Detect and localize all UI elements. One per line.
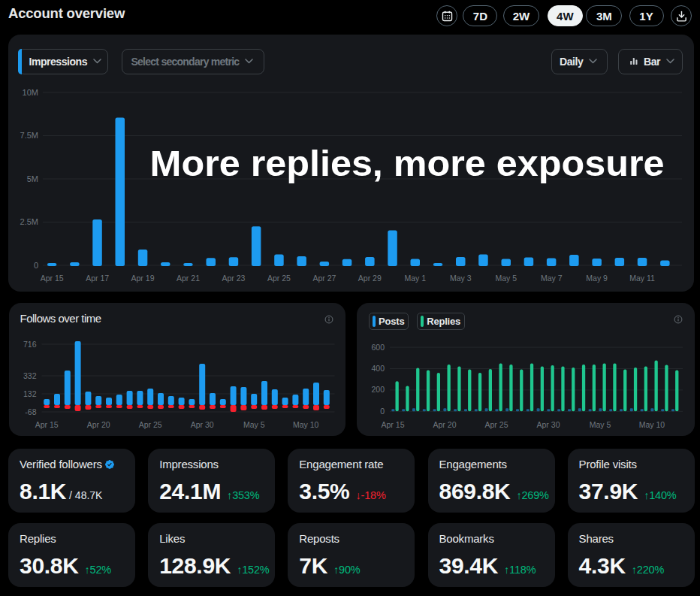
svg-text:0: 0 [34, 261, 38, 270]
svg-text:May 10: May 10 [292, 420, 318, 429]
svg-text:600: 600 [372, 343, 385, 352]
svg-text:Apr 23: Apr 23 [222, 274, 245, 283]
svg-text:-68: -68 [25, 407, 36, 416]
svg-text:Apr 20: Apr 20 [86, 420, 110, 429]
svg-text:Apr 29: Apr 29 [358, 274, 382, 283]
svg-text:10M: 10M [23, 88, 38, 97]
svg-text:Apr 17: Apr 17 [86, 274, 109, 283]
svg-text:Apr 25: Apr 25 [138, 420, 161, 429]
svg-text:May 10: May 10 [639, 420, 665, 429]
svg-text:716: 716 [23, 340, 36, 349]
svg-text:0: 0 [381, 407, 385, 416]
svg-text:Apr 30: Apr 30 [190, 420, 213, 429]
svg-text:Apr 25: Apr 25 [267, 274, 291, 283]
svg-text:332: 332 [23, 371, 36, 380]
svg-text:More replies, more exposure: More replies, more exposure [150, 144, 665, 183]
svg-text:Apr 21: Apr 21 [177, 274, 200, 283]
svg-text:Apr 20: Apr 20 [433, 420, 457, 429]
svg-text:Apr 15: Apr 15 [41, 274, 64, 283]
svg-text:2.5M: 2.5M [20, 217, 38, 226]
svg-text:5M: 5M [27, 174, 38, 183]
svg-text:Apr 15: Apr 15 [382, 420, 405, 429]
svg-text:May 5: May 5 [243, 420, 264, 429]
svg-text:May 3: May 3 [450, 274, 472, 283]
svg-text:132: 132 [23, 389, 36, 398]
svg-text:Apr 19: Apr 19 [131, 274, 155, 283]
svg-text:May 5: May 5 [590, 420, 611, 429]
svg-text:Apr 30: Apr 30 [537, 420, 560, 429]
svg-text:May 7: May 7 [541, 274, 563, 283]
svg-text:Apr 25: Apr 25 [485, 420, 508, 429]
svg-text:400: 400 [372, 364, 385, 373]
svg-text:May 11: May 11 [629, 274, 655, 283]
svg-text:May 1: May 1 [405, 274, 427, 283]
svg-text:May 5: May 5 [495, 274, 517, 283]
svg-text:Apr 15: Apr 15 [35, 420, 58, 429]
svg-text:Apr 27: Apr 27 [312, 274, 336, 283]
svg-text:7.5M: 7.5M [20, 131, 38, 140]
svg-text:200: 200 [372, 385, 385, 394]
svg-text:May 9: May 9 [586, 274, 608, 283]
